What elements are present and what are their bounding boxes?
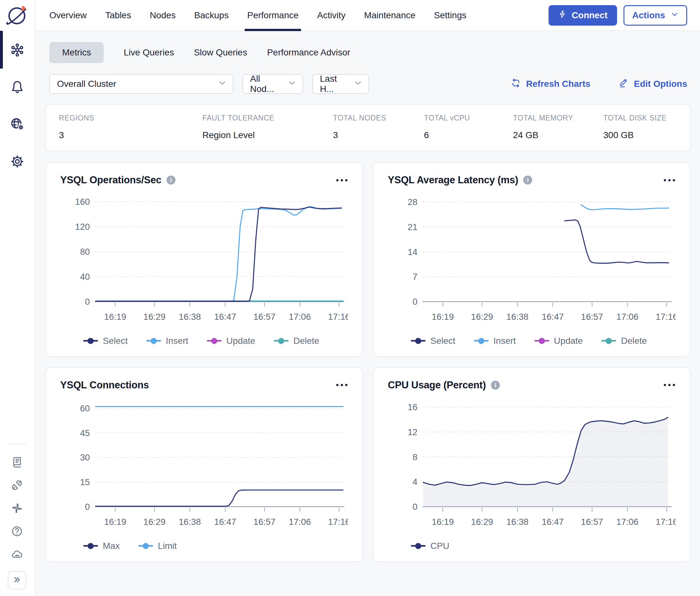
svg-text:30: 30 — [80, 452, 90, 463]
yugabyte-logo-icon[interactable] — [6, 4, 34, 27]
legend-delete[interactable]: Delete — [601, 336, 647, 346]
sidebar-item-cluster[interactable] — [9, 42, 25, 58]
svg-text:17:06: 17:06 — [289, 312, 311, 322]
svg-text:17:06: 17:06 — [289, 517, 311, 527]
svg-text:7: 7 — [412, 272, 417, 282]
legend-update[interactable]: Update — [535, 336, 583, 346]
info-icon[interactable] — [166, 176, 176, 184]
svg-text:16:57: 16:57 — [253, 517, 276, 527]
tab-backups[interactable]: Backups — [195, 0, 229, 30]
legend-update[interactable]: Update — [207, 336, 255, 346]
cloud-status-icon[interactable] — [10, 548, 23, 561]
legend-max[interactable]: Max — [83, 541, 120, 551]
svg-text:16:47: 16:47 — [214, 517, 236, 527]
sidebar-item-settings[interactable] — [9, 154, 25, 169]
legend-label: Insert — [493, 336, 516, 346]
chevron-down-icon — [283, 79, 296, 90]
sidebar-item-regions[interactable] — [9, 117, 25, 132]
legend-select[interactable]: Select — [83, 336, 128, 346]
globe-gear-icon — [9, 127, 25, 133]
legend-label: Limit — [158, 541, 177, 551]
chevron-down-icon — [349, 79, 362, 90]
integrations-plug-icon[interactable] — [10, 479, 23, 492]
stat-total-nodes: TOTAL NODES3 — [333, 114, 424, 140]
svg-text:16:38: 16:38 — [179, 517, 201, 527]
tab-nodes[interactable]: Nodes — [150, 0, 176, 30]
svg-text:16:38: 16:38 — [506, 517, 528, 527]
tab-maintenance[interactable]: Maintenance — [364, 0, 415, 30]
slack-icon[interactable] — [10, 502, 23, 515]
edit-options-link[interactable]: Edit Options — [619, 78, 687, 90]
help-icon[interactable] — [10, 525, 23, 538]
legend-marker-icon — [411, 545, 425, 547]
legend-select[interactable]: Select — [411, 336, 455, 346]
chart-card-ysql-connections: YSQL Connections 01530456016:1916:2916:3… — [46, 367, 363, 562]
sidebar-item-alerts[interactable] — [9, 79, 25, 95]
chart-plot: 0408012016016:1916:2916:3816:4716:5717:0… — [60, 195, 348, 331]
chevron-down-icon — [214, 79, 226, 90]
legend-insert[interactable]: Insert — [474, 336, 516, 346]
info-icon[interactable] — [523, 176, 532, 184]
legend-delete[interactable]: Delete — [274, 336, 319, 346]
svg-text:17:16: 17:16 — [328, 312, 348, 322]
svg-text:60: 60 — [80, 403, 90, 413]
more-menu-icon[interactable] — [663, 177, 676, 183]
cluster-header: OverviewTablesNodesBackupsPerformanceAct… — [36, 0, 700, 31]
actions-button[interactable]: Actions — [623, 5, 687, 26]
more-menu-icon[interactable] — [663, 382, 676, 388]
tab-overview[interactable]: Overview — [49, 0, 87, 30]
legend-cpu[interactable]: CPU — [411, 541, 449, 551]
subtab-slow-queries[interactable]: Slow Queries — [194, 42, 247, 63]
svg-text:16:29: 16:29 — [144, 312, 165, 322]
svg-text:16:47: 16:47 — [542, 517, 564, 527]
chart-header: CPU Usage (Percent) — [388, 379, 676, 391]
tab-tables[interactable]: Tables — [105, 0, 131, 30]
info-icon[interactable] — [491, 381, 500, 390]
chart-card-ysql-latency: YSQL Average Latency (ms) 0714212816:191… — [373, 162, 691, 357]
chart-plot: 01530456016:1916:2916:3816:4716:5717:061… — [60, 400, 348, 536]
chart-legend: MaxLimit — [83, 541, 348, 551]
stat-value: 3 — [59, 130, 202, 140]
legend-label: Delete — [293, 336, 319, 346]
tab-activity[interactable]: Activity — [317, 0, 345, 30]
bell-icon — [9, 90, 25, 96]
sidebar — [0, 0, 35, 596]
svg-text:16:57: 16:57 — [253, 312, 276, 322]
legend-label: Update — [554, 336, 583, 346]
subtab-metrics[interactable]: Metrics — [49, 42, 104, 63]
legend-limit[interactable]: Limit — [138, 541, 177, 551]
stat-value: 300 GB — [603, 130, 677, 140]
chart-card-ysql-operations: YSQL Operations/Sec 0408012016016:1916:2… — [46, 162, 363, 357]
sidebar-expand-button[interactable] — [8, 571, 26, 590]
chart-title: YSQL Connections — [60, 379, 149, 391]
legend-label: CPU — [431, 541, 449, 551]
more-menu-icon[interactable] — [336, 382, 348, 388]
chart-legend: SelectInsertUpdateDelete — [411, 336, 676, 346]
legend-marker-icon — [411, 340, 425, 342]
subtab-live-queries[interactable]: Live Queries — [124, 42, 174, 63]
stat-regions: REGIONS3 — [59, 114, 202, 140]
time-range-value: Last H... — [320, 74, 349, 94]
docs-icon[interactable] — [10, 456, 23, 469]
stat-label: TOTAL MEMORY — [513, 114, 603, 122]
refresh-charts-link[interactable]: Refresh Charts — [511, 78, 591, 90]
node-scope-select[interactable]: All Nod... — [242, 74, 303, 94]
connect-button[interactable]: Connect — [548, 5, 617, 26]
chart-legend: CPU — [411, 541, 676, 551]
more-menu-icon[interactable] — [336, 177, 348, 183]
time-range-select[interactable]: Last H... — [312, 74, 369, 94]
cluster-scope-select[interactable]: Overall Cluster — [49, 74, 233, 94]
tab-settings[interactable]: Settings — [434, 0, 466, 30]
svg-text:80: 80 — [80, 247, 90, 257]
refresh-charts-label: Refresh Charts — [526, 79, 591, 89]
svg-text:21: 21 — [408, 222, 418, 232]
svg-text:17:16: 17:16 — [328, 517, 348, 527]
charts-grid: YSQL Operations/Sec 0408012016016:1916:2… — [46, 162, 691, 562]
svg-text:0: 0 — [412, 502, 417, 512]
chart-title: YSQL Operations/Sec — [60, 174, 161, 186]
legend-insert[interactable]: Insert — [146, 336, 188, 346]
tab-performance[interactable]: Performance — [247, 0, 299, 30]
subtab-performance-advisor[interactable]: Performance Advisor — [267, 42, 350, 63]
stat-value: Region Level — [202, 130, 333, 140]
svg-text:0: 0 — [85, 297, 90, 307]
